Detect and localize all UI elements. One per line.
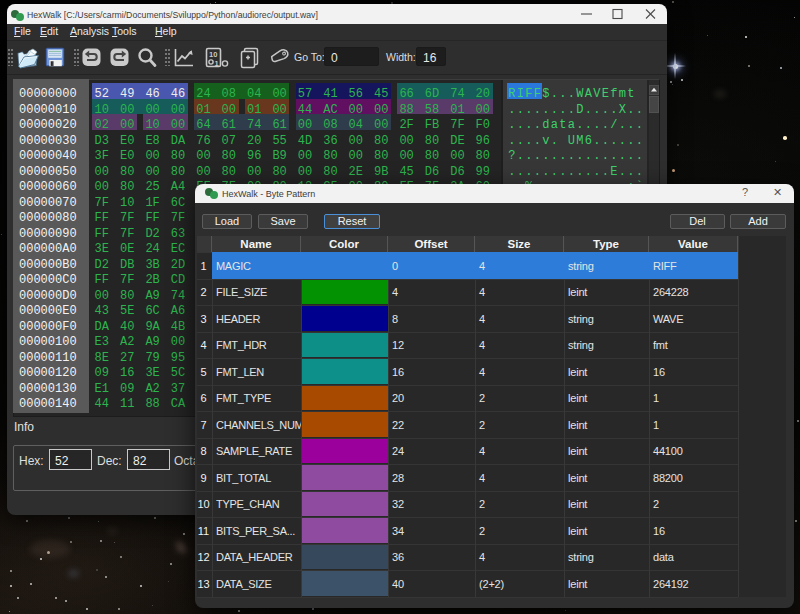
svg-text:1: 1 <box>215 59 219 68</box>
